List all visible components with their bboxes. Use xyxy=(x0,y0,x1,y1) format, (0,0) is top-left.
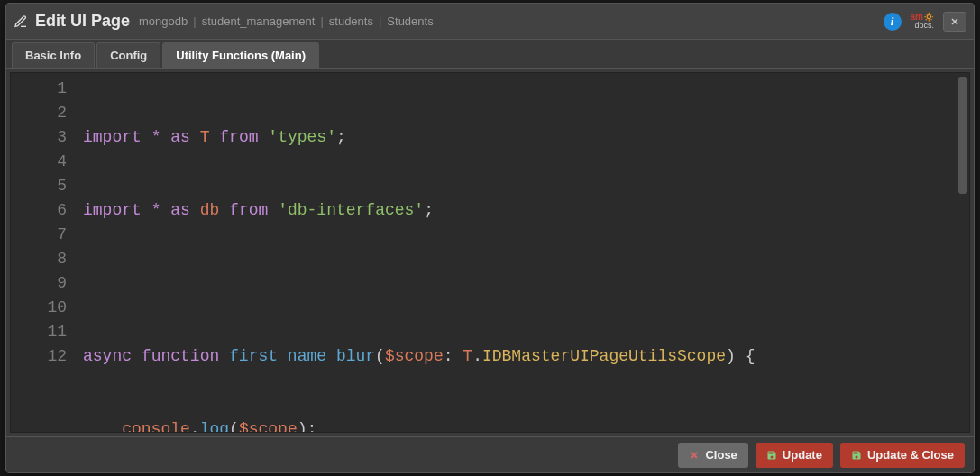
scrollbar-thumb[interactable] xyxy=(958,77,967,194)
code-area[interactable]: import * as T from 'types'; import * as … xyxy=(76,73,969,432)
edit-icon xyxy=(14,14,28,29)
line-number: 7 xyxy=(14,223,67,247)
update-and-close-button[interactable]: Update & Close xyxy=(840,443,965,468)
dialog-title: Edit UI Page xyxy=(35,12,130,31)
breadcrumb-separator: | xyxy=(193,14,196,28)
line-number: 4 xyxy=(14,150,67,174)
dialog-footer: Close Update Update & Close xyxy=(6,436,974,472)
breadcrumb-item[interactable]: students xyxy=(329,14,373,28)
breadcrumb-separator: | xyxy=(320,14,323,28)
brand-logo[interactable]: am🔅 docs. xyxy=(911,13,934,30)
line-number: 8 xyxy=(14,247,67,271)
code-editor[interactable]: 1 2 3 4 5 6 7 8 9 10 11 12 import * as T… xyxy=(10,72,970,433)
breadcrumb-item[interactable]: student_management xyxy=(202,14,316,28)
line-number: 3 xyxy=(14,125,67,150)
dialog-titlebar: Edit UI Page mongodb | student_managemen… xyxy=(6,4,974,40)
line-number: 11 xyxy=(14,320,67,344)
save-icon xyxy=(851,450,862,461)
breadcrumb: mongodb | student_management | students … xyxy=(139,14,434,28)
update-button[interactable]: Update xyxy=(756,443,833,468)
tab-config[interactable]: Config xyxy=(96,42,160,68)
line-number: 9 xyxy=(14,271,67,296)
line-number: 5 xyxy=(14,174,67,198)
line-number: 12 xyxy=(14,344,67,369)
breadcrumb-item[interactable]: Students xyxy=(387,14,433,28)
line-number: 10 xyxy=(14,296,67,320)
breadcrumb-separator: | xyxy=(379,14,381,28)
close-icon xyxy=(949,16,960,27)
line-number: 1 xyxy=(14,77,67,101)
scrollbar-vertical[interactable] xyxy=(957,73,969,432)
tab-basic-info[interactable]: Basic Info xyxy=(12,42,95,68)
line-number: 2 xyxy=(14,101,67,125)
edit-ui-page-dialog: Edit UI Page mongodb | student_managemen… xyxy=(5,3,975,473)
info-icon[interactable]: i xyxy=(884,13,902,31)
line-number-gutter: 1 2 3 4 5 6 7 8 9 10 11 12 xyxy=(11,73,76,432)
line-number: 6 xyxy=(14,198,67,223)
tab-bar: Basic Info Config Utility Functions (Mai… xyxy=(6,40,974,69)
close-x-icon xyxy=(689,450,700,461)
close-button[interactable] xyxy=(943,12,966,32)
save-icon xyxy=(766,450,777,461)
tab-utility-functions[interactable]: Utility Functions (Main) xyxy=(162,42,319,68)
breadcrumb-item[interactable]: mongodb xyxy=(139,14,188,28)
close-footer-button[interactable]: Close xyxy=(678,443,747,468)
